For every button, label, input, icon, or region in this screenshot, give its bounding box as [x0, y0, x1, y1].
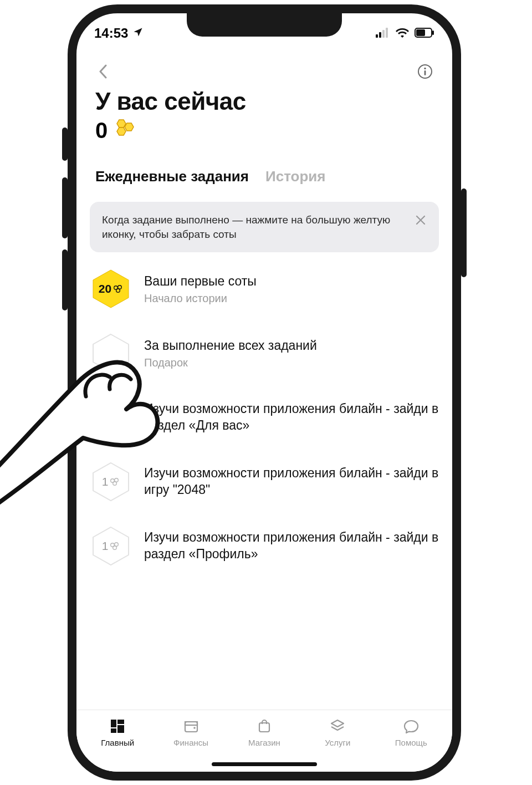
tabs: Ежедневные задания История — [76, 144, 452, 185]
phone-frame: 14:53 — [68, 4, 461, 781]
svg-rect-35 — [185, 722, 197, 725]
page-title: У вас сейчас — [95, 88, 433, 115]
svg-rect-5 — [416, 29, 425, 36]
svg-marker-12 — [117, 128, 126, 135]
task-reward-hex: 1 — [90, 396, 132, 439]
task-title: Изучи возможности приложения билайн - за… — [144, 529, 439, 563]
wallet-icon — [183, 718, 200, 735]
task-reward-value: 1 — [102, 475, 109, 488]
hint-banner: Когда задание выполнено — нажмите на бол… — [90, 202, 439, 252]
svg-rect-34 — [185, 722, 197, 732]
home-icon — [109, 718, 126, 735]
honeycomb-mini-icon — [113, 284, 123, 294]
svg-rect-30 — [111, 720, 116, 727]
honeycomb-icon — [113, 118, 137, 144]
honeycomb-balance: 0 — [95, 118, 433, 144]
svg-marker-10 — [117, 120, 126, 128]
svg-point-16 — [116, 289, 120, 293]
svg-rect-3 — [386, 28, 388, 38]
task-reward-hex — [90, 332, 132, 374]
location-icon — [132, 26, 144, 41]
task-item[interactable]: 20 Ваши первые соты Начало истории — [90, 268, 439, 310]
tabbar-label: Главный — [101, 738, 134, 747]
back-button[interactable] — [95, 64, 111, 79]
svg-point-29 — [113, 546, 117, 550]
tabbar-label: Магазин — [248, 738, 280, 747]
svg-rect-32 — [117, 725, 124, 733]
hint-close-button[interactable] — [415, 214, 427, 226]
svg-rect-9 — [424, 70, 426, 75]
svg-point-25 — [113, 482, 117, 486]
tabbar-label: Помощь — [395, 738, 427, 747]
task-reward-hex[interactable]: 20 — [90, 268, 132, 310]
status-time: 14:53 — [94, 26, 128, 41]
task-title: Изучи возможности приложения билайн - за… — [144, 401, 439, 434]
signal-icon — [376, 26, 390, 41]
svg-rect-37 — [259, 723, 269, 732]
svg-point-36 — [193, 727, 196, 729]
honeycomb-mini-icon — [110, 412, 120, 422]
task-item[interactable]: 1 Изучи возможности приложения билайн - … — [90, 525, 439, 567]
svg-rect-6 — [432, 30, 434, 35]
tab-history[interactable]: История — [265, 168, 325, 185]
task-title: За выполнение всех заданий — [144, 338, 439, 354]
tabbar-label: Услуги — [325, 738, 350, 747]
info-button[interactable] — [417, 63, 433, 80]
svg-rect-33 — [111, 728, 116, 733]
balance-value: 0 — [95, 118, 108, 143]
task-item[interactable]: 1 Изучи возможности приложения билайн - … — [90, 461, 439, 503]
task-reward-value: 20 — [99, 282, 111, 295]
task-item[interactable]: 1 Изучи возможности приложения билайн - … — [90, 396, 439, 439]
layers-icon — [329, 718, 346, 735]
home-indicator — [212, 762, 317, 766]
notch — [187, 13, 342, 37]
tabbar-store[interactable]: Магазин — [231, 718, 298, 747]
task-reward-value: 1 — [102, 411, 109, 424]
svg-marker-11 — [125, 123, 134, 131]
tabbar-services[interactable]: Услуги — [304, 718, 371, 747]
task-title: Изучи возможности приложения билайн - за… — [144, 465, 439, 498]
wifi-icon — [396, 26, 409, 41]
task-list: 20 Ваши первые соты Начало истории — [76, 252, 452, 567]
tabbar-help[interactable]: Помощь — [378, 718, 444, 747]
svg-marker-17 — [93, 334, 129, 372]
tab-daily-tasks[interactable]: Ежедневные задания — [95, 168, 249, 185]
bag-icon — [256, 718, 273, 735]
task-subtitle: Подарок — [144, 356, 439, 369]
task-reward-hex: 1 — [90, 461, 132, 503]
svg-point-8 — [424, 68, 426, 69]
tabbar-label: Финансы — [173, 738, 208, 747]
svg-rect-31 — [117, 720, 124, 724]
task-subtitle: Начало истории — [144, 292, 439, 305]
svg-rect-0 — [376, 34, 378, 38]
svg-point-21 — [113, 417, 117, 421]
honeycomb-mini-icon — [110, 541, 120, 551]
battery-icon — [415, 26, 434, 41]
task-reward-hex: 1 — [90, 525, 132, 567]
tabbar-finance[interactable]: Финансы — [158, 718, 224, 747]
hint-text: Когда задание выполнено — нажмите на бол… — [102, 213, 407, 241]
svg-rect-1 — [379, 32, 381, 38]
svg-rect-2 — [382, 30, 385, 38]
chat-icon — [403, 718, 420, 735]
tabbar-home[interactable]: Главный — [84, 718, 151, 747]
task-item[interactable]: За выполнение всех заданий Подарок — [90, 332, 439, 374]
task-reward-value: 1 — [102, 539, 109, 553]
honeycomb-mini-icon — [110, 477, 120, 487]
task-title: Ваши первые соты — [144, 273, 439, 290]
